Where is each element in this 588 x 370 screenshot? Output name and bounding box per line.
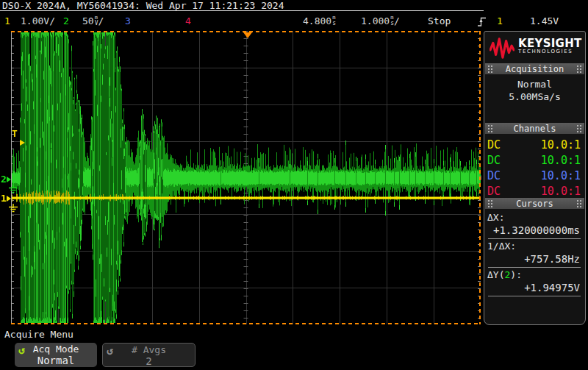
channel1-row: DC 10.0:1	[487, 137, 581, 152]
channel1-scale[interactable]: 1.00V/	[21, 15, 55, 26]
acq-mode-softkey[interactable]: ↺ Acq Mode Normal	[15, 343, 97, 367]
trigger-level[interactable]: 1.45V	[530, 15, 559, 26]
instrument-title: DSO-X 2024A, MY56041934: Wed Apr 17 11:2…	[2, 0, 284, 11]
keysight-logo: KEYSIGHT TECHNOLOGIES	[484, 32, 585, 63]
delta-x-label: ΔX:	[487, 212, 581, 224]
edge-trigger-icon	[477, 15, 487, 27]
channel3-probe-ratio: 10.0:1	[541, 169, 581, 182]
softkey-label: Acq Mode	[15, 344, 97, 355]
sample-rate: 5.00MSa/s	[484, 90, 585, 103]
divider	[488, 296, 581, 296]
cursors-section-header[interactable]: Cursors	[485, 198, 584, 209]
acquisition-mode: Normal	[484, 78, 585, 90]
channel2-ground-marker[interactable]: 2	[1, 175, 7, 184]
logo-sub-text: TECHNOLOGIES	[518, 48, 582, 56]
title-divider	[0, 10, 484, 11]
channel2-number[interactable]: 2	[63, 15, 69, 26]
channel4-number[interactable]: 4	[185, 15, 191, 26]
inverse-delta-x-label: 1/ΔX:	[487, 241, 581, 252]
drag-grip-icon[interactable]	[487, 124, 493, 132]
delta-x-value: +1.320000000ms	[487, 224, 581, 237]
channel4-coupling: DC	[487, 185, 501, 198]
drag-grip-icon[interactable]	[576, 65, 582, 73]
drag-grip-icon[interactable]	[487, 199, 493, 207]
channel2-coupling: DC	[487, 154, 501, 167]
channel1-ground-icon	[8, 204, 18, 213]
channel3-row: DC 10.0:1	[487, 168, 581, 183]
cursors-header-label: Cursors	[516, 199, 553, 209]
logo-brand-text: KEYSIGHT	[518, 40, 582, 48]
cursors-panel: ΔX: +1.320000000ms 1/ΔX: +757.58Hz ΔY(2)…	[484, 209, 585, 296]
trigger-level-arrow-icon[interactable]	[20, 140, 25, 146]
trigger-source[interactable]: 1	[497, 15, 503, 26]
channel2-marker-arrow-icon	[7, 177, 11, 182]
channel1-marker-arrow-icon	[7, 196, 11, 202]
acquisition-panel: Normal 5.00MSa/s	[484, 74, 585, 123]
softkey-value: Normal	[15, 355, 97, 366]
drag-grip-icon[interactable]	[487, 65, 493, 73]
drag-grip-icon[interactable]	[576, 199, 582, 207]
delta-y-label: ΔY(2):	[487, 269, 581, 281]
channel1-probe-ratio: 10.0:1	[541, 138, 581, 152]
channel2-ground-icon	[8, 185, 18, 193]
softkey-value: 2	[103, 355, 195, 367]
channel4-row: DC 10.0:1	[487, 183, 581, 199]
delta-y-value: +1.94975V	[487, 281, 581, 294]
channel1-ground-marker[interactable]: 1	[1, 194, 7, 203]
channel3-coupling: DC	[487, 169, 501, 182]
softkey-menu-title: Acquire Menu	[4, 329, 74, 340]
keysight-wave-icon	[490, 37, 514, 59]
info-sidebar: KEYSIGHT TECHNOLOGIES Acquisition Normal…	[484, 31, 586, 325]
oscilloscope-screen: DSO-X 2024A, MY56041934: Wed Apr 17 11:2…	[0, 0, 588, 370]
acquisition-header-label: Acquisition	[506, 64, 564, 74]
num-avgs-softkey[interactable]: ↺ # Avgs 2	[102, 343, 196, 367]
delay-time-readout: 4.800ms	[303, 15, 336, 26]
channel2-probe-ratio: 10.0:1	[541, 154, 581, 167]
channel1-coupling: DC	[487, 138, 501, 152]
channel2-row: DC 10.0:1	[487, 152, 581, 168]
softkey-label: # Avgs	[103, 344, 195, 355]
channel4-probe-ratio: 10.0:1	[541, 185, 581, 198]
inverse-delta-x-value: +757.58Hz	[487, 252, 581, 266]
milli-second-stacked-unit: ms	[332, 15, 336, 26]
channel1-number[interactable]: 1	[4, 15, 10, 26]
trigger-level-marker[interactable]: T	[12, 129, 18, 138]
channels-header-label: Channels	[514, 124, 556, 134]
drag-grip-icon[interactable]	[576, 124, 582, 132]
channels-section-header[interactable]: Channels	[485, 123, 584, 134]
channels-panel: DC 10.0:1 DC 10.0:1 DC 10.0:1 DC 10.0:1	[484, 134, 585, 198]
channel2-scale[interactable]: 50mV/	[82, 15, 104, 26]
timebase-readout[interactable]: 1.000ms/	[361, 15, 400, 26]
channel3-number[interactable]: 3	[125, 15, 131, 26]
waveform-display	[7, 31, 483, 326]
divider	[488, 238, 581, 239]
run-state-indicator: Stop	[428, 15, 451, 26]
acquisition-section-header[interactable]: Acquisition	[485, 63, 584, 74]
divider	[488, 267, 581, 268]
